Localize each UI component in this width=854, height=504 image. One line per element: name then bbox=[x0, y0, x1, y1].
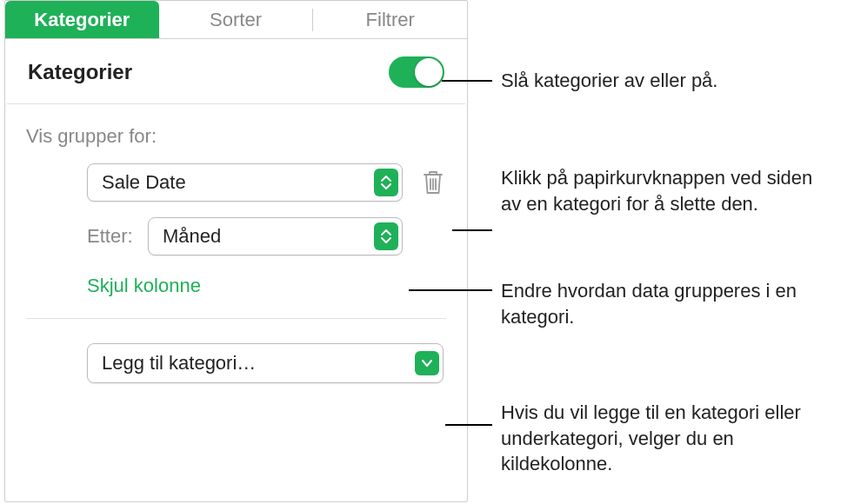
add-category-select[interactable]: Legg til kategori… bbox=[87, 343, 444, 383]
tab-filter[interactable]: Filtrer bbox=[313, 1, 467, 38]
groups-for-label: Vis grupper for: bbox=[26, 125, 446, 148]
category-row: Sale Date bbox=[26, 163, 446, 202]
callout-toggle: Slå kategorier av eller på. bbox=[501, 68, 717, 94]
callout-trash: Klikk på papirkurvknappen ved siden av e… bbox=[501, 165, 823, 216]
trash-icon bbox=[422, 169, 444, 196]
divider bbox=[26, 318, 446, 319]
add-category-label: Legg til kategori… bbox=[102, 352, 256, 375]
callout-line bbox=[409, 289, 492, 291]
callout-line bbox=[445, 424, 492, 426]
group-by-select[interactable]: Måned bbox=[148, 217, 403, 255]
categories-toggle[interactable] bbox=[389, 56, 444, 88]
group-by-value: Måned bbox=[163, 225, 221, 248]
callout-grouping: Endre hvordan data grupperes i en katego… bbox=[501, 278, 823, 329]
category-select[interactable]: Sale Date bbox=[87, 163, 403, 202]
callout-add: Hvis du vil legge til en kategori eller … bbox=[501, 400, 840, 477]
category-select-value: Sale Date bbox=[102, 171, 186, 194]
inspector-panel: Kategorier Sorter Filtrer Kategorier Vis… bbox=[4, 0, 468, 502]
tabbar: Kategorier Sorter Filtrer bbox=[5, 1, 467, 39]
add-category-row: Legg til kategori… bbox=[26, 343, 446, 383]
panel-body: Vis grupper for: Sale Date Etter: Måned bbox=[5, 104, 467, 383]
hide-column-link[interactable]: Skjul kolonne bbox=[87, 275, 201, 297]
updown-icon bbox=[374, 169, 398, 196]
callout-line bbox=[442, 80, 492, 82]
section-title: Kategorier bbox=[28, 60, 132, 84]
tab-sort[interactable]: Sorter bbox=[159, 1, 313, 38]
callout-line bbox=[452, 229, 492, 231]
section-header: Kategorier bbox=[7, 39, 465, 104]
updown-icon bbox=[374, 222, 398, 250]
by-row: Etter: Måned bbox=[26, 217, 446, 255]
toggle-knob bbox=[415, 58, 443, 86]
by-label: Etter: bbox=[87, 225, 148, 248]
tab-categories[interactable]: Kategorier bbox=[5, 1, 159, 38]
chevron-down-icon bbox=[415, 351, 439, 375]
delete-category-button[interactable] bbox=[420, 168, 446, 197]
